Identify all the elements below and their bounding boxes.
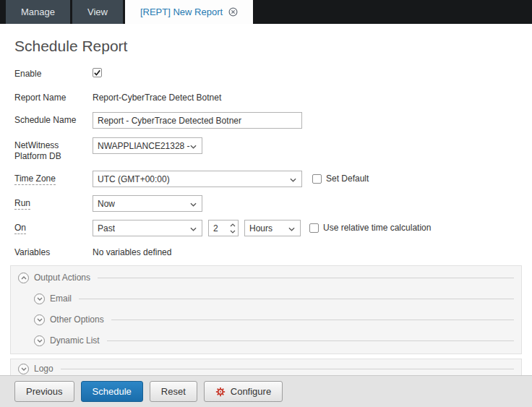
output-actions-header[interactable]: Output Actions — [18, 272, 514, 283]
on-unit-value: Hours — [249, 223, 273, 234]
tab-view[interactable]: View — [72, 0, 123, 24]
relative-time-checkbox[interactable] — [309, 223, 319, 233]
enable-row: Enable — [0, 66, 532, 80]
email-section-label: Email — [50, 294, 72, 304]
tab-bar: Manage View [REPT] New Report — [0, 0, 532, 24]
on-unit-select[interactable]: Hours — [244, 220, 301, 236]
divider-line — [111, 320, 514, 320]
report-name-row: Report Name Report-CyberTrace Detect Bot… — [0, 90, 532, 103]
configure-button[interactable]: Configure — [204, 381, 283, 402]
divider-line — [79, 299, 514, 299]
dynamic-list-section-label: Dynamic List — [50, 335, 100, 346]
schedule-name-label: Schedule Name — [14, 112, 93, 126]
output-actions-panel: Output Actions Email Other Options Dynam… — [10, 265, 522, 354]
output-actions-label: Output Actions — [34, 273, 90, 283]
email-section-header[interactable]: Email — [34, 293, 514, 304]
page-title: Schedule Report — [0, 24, 532, 66]
on-row: On Past 2 Hours — [0, 220, 532, 236]
logo-section-header[interactable]: Logo — [18, 363, 514, 374]
other-options-section-header[interactable]: Other Options — [34, 314, 514, 325]
time-zone-select[interactable]: UTC (GMT+00:00) — [93, 171, 302, 187]
on-label: On — [14, 220, 93, 234]
spinner-down-button[interactable] — [227, 228, 238, 235]
expand-chevron-down-icon[interactable] — [34, 294, 45, 304]
relative-time-group[interactable]: Use relative time calculation — [309, 220, 431, 233]
run-value: Now — [98, 199, 115, 209]
collapse-chevron-up-icon[interactable] — [18, 273, 29, 283]
tab-new-report-label: [REPT] New Report — [140, 7, 223, 17]
configure-button-label: Configure — [231, 386, 271, 397]
netwitness-db-value: NWAPPLIANCE21328 - — [98, 141, 190, 151]
chevron-down-icon — [190, 141, 197, 151]
relative-time-label: Use relative time calculation — [323, 223, 431, 233]
schedule-button[interactable]: Schedule — [81, 381, 143, 402]
other-options-section-label: Other Options — [50, 314, 104, 325]
divider-line — [107, 340, 514, 341]
time-zone-value: UTC (GMT+00:00) — [98, 174, 170, 184]
on-range-select[interactable]: Past — [93, 220, 202, 236]
report-name-value: Report-CyberTrace Detect Botnet — [93, 90, 221, 103]
chevron-down-icon — [290, 174, 296, 184]
schedule-name-row: Schedule Name — [0, 112, 532, 129]
reset-button-label: Reset — [161, 386, 186, 397]
on-count-value: 2 — [209, 223, 227, 234]
on-range-value: Past — [98, 223, 115, 234]
netwitness-db-label: NetWitness Platform DB — [14, 137, 93, 162]
schedule-name-input[interactable] — [93, 112, 302, 129]
gear-icon — [215, 387, 226, 397]
spinner-buttons — [227, 220, 238, 236]
spinner-up-button[interactable] — [227, 222, 238, 228]
close-tab-icon[interactable] — [228, 7, 238, 17]
variables-label: Variables — [14, 244, 93, 258]
set-default-checkbox[interactable] — [312, 174, 322, 184]
divider-line — [98, 278, 514, 278]
report-name-label: Report Name — [14, 90, 93, 103]
previous-button-label: Previous — [26, 386, 63, 397]
time-zone-label: Time Zone — [14, 171, 93, 184]
previous-button[interactable]: Previous — [14, 381, 74, 402]
schedule-report-window: Manage View [REPT] New Report Schedule R… — [0, 0, 532, 407]
variables-value: No variables defined — [93, 244, 171, 258]
chevron-down-icon — [288, 223, 295, 234]
checkmark-icon — [93, 69, 101, 77]
tab-new-report[interactable]: [REPT] New Report — [125, 0, 253, 24]
tab-manage[interactable]: Manage — [6, 0, 70, 24]
set-default-label: Set Default — [326, 173, 369, 184]
on-count-spinner[interactable]: 2 — [208, 220, 239, 236]
enable-checkbox[interactable] — [93, 68, 102, 77]
tab-view-label: View — [87, 7, 108, 17]
netwitness-db-row: NetWitness Platform DB NWAPPLIANCE21328 … — [0, 137, 532, 162]
schedule-button-label: Schedule — [93, 386, 132, 397]
run-row: Run Now — [0, 195, 532, 212]
enable-label: Enable — [14, 66, 93, 80]
netwitness-db-select[interactable]: NWAPPLIANCE21328 - — [93, 137, 202, 154]
variables-row: Variables No variables defined — [0, 244, 532, 258]
reset-button[interactable]: Reset — [150, 381, 197, 402]
chevron-down-icon — [190, 199, 197, 209]
expand-chevron-down-icon[interactable] — [34, 335, 45, 346]
time-zone-row: Time Zone UTC (GMT+00:00) Set Default — [0, 171, 532, 187]
divider-line — [61, 369, 514, 369]
footer-bar: Previous Schedule Reset — [0, 375, 532, 407]
chevron-down-icon — [190, 223, 197, 234]
expand-chevron-down-icon[interactable] — [18, 364, 29, 374]
tab-manage-label: Manage — [21, 7, 55, 17]
expand-chevron-down-icon[interactable] — [34, 314, 45, 325]
logo-section-label: Logo — [34, 364, 53, 374]
dynamic-list-section-header[interactable]: Dynamic List — [34, 335, 514, 346]
run-label: Run — [14, 195, 93, 209]
set-default-group[interactable]: Set Default — [312, 171, 369, 184]
run-select[interactable]: Now — [93, 195, 202, 212]
